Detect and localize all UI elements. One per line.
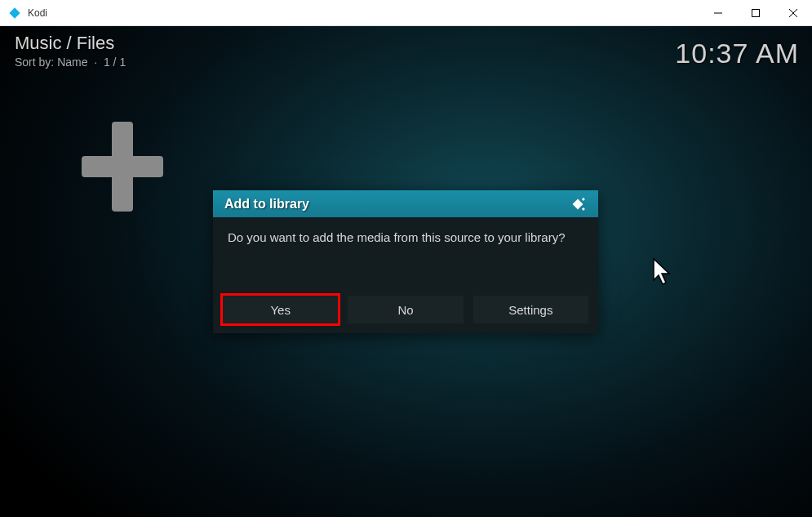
minimize-button[interactable] [699,0,737,26]
close-button[interactable] [774,0,812,26]
kodi-logo-icon [569,195,587,213]
kodi-app-area: Music / Files Sort by: Name · 1 / 1 10:3… [0,26,812,517]
sort-label: Sort by: Name [15,56,87,69]
yes-button[interactable]: Yes [223,296,338,323]
dialog-button-row: Yes No Settings [213,296,598,333]
page-indicator: 1 / 1 [104,56,126,69]
list-subinfo: Sort by: Name · 1 / 1 [15,56,126,69]
add-source-tile[interactable] [82,122,163,212]
dialog-header: Add to library [213,190,598,217]
mouse-cursor-icon [652,257,673,288]
plus-icon [82,122,163,212]
no-button[interactable]: No [348,296,463,323]
maximize-button[interactable] [737,0,774,26]
svg-rect-5 [582,207,585,211]
dialog-title: Add to library [224,197,309,212]
add-to-library-dialog: Add to library Do you want to add the me… [213,190,598,333]
header-info: Music / Files Sort by: Name · 1 / 1 [15,33,126,69]
breadcrumb: Music / Files [15,33,126,54]
clock: 10:37 AM [675,38,799,69]
settings-button[interactable]: Settings [473,296,588,323]
kodi-logo-icon [8,7,21,20]
svg-rect-1 [752,9,760,16]
svg-rect-4 [582,198,585,201]
dialog-message: Do you want to add the media from this s… [213,217,598,296]
window-title: Kodi [28,7,47,19]
window-titlebar: Kodi [0,0,812,26]
